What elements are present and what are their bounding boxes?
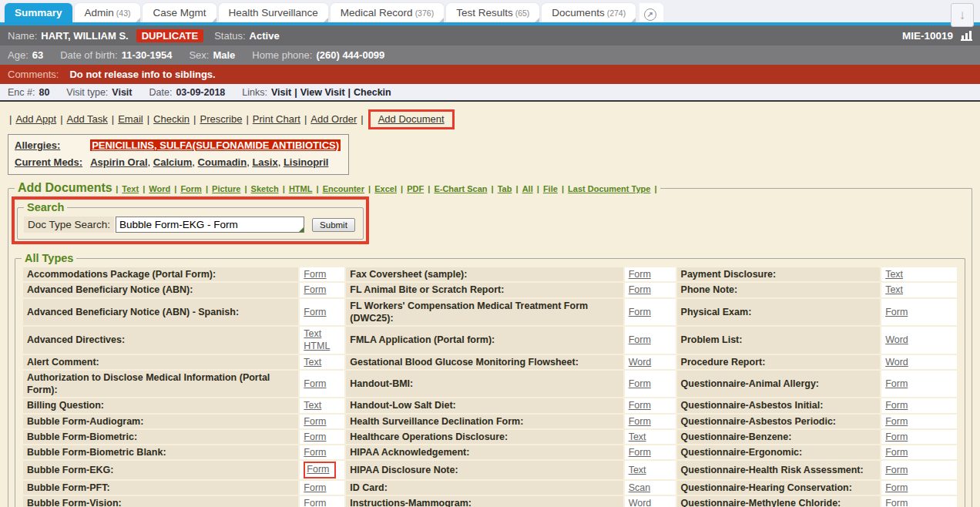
format-link-payment-disclosure-text[interactable]: Text: [885, 269, 903, 280]
format-link-procedure-report-word[interactable]: Word: [885, 357, 908, 368]
table-row: Advanced Beneficiary Notice (ABN):FormFL…: [23, 283, 957, 297]
format-link-handout-bmi-form[interactable]: Form: [629, 378, 651, 389]
format-link-bubble-form-vision-form[interactable]: Form: [304, 498, 326, 507]
med-link-calcium[interactable]: Calcium: [153, 156, 193, 168]
doc-type-search-input[interactable]: [116, 217, 304, 233]
enc-link-visit[interactable]: Visit: [271, 87, 291, 98]
tab-admin[interactable]: Admin(43): [75, 3, 141, 22]
doc-type-link-e-chart-scan[interactable]: E-Chart Scan: [434, 184, 487, 193]
enc-link-view-visit[interactable]: View Visit: [300, 87, 345, 98]
format-link-problem-list-word[interactable]: Word: [885, 334, 908, 345]
format-link-gestational-blood-glucose-monitoring-flowsheet-word[interactable]: Word: [629, 357, 652, 368]
format-link-advanced-beneficiary-notice-abn-spanish-form[interactable]: Form: [304, 307, 326, 317]
link-separator: |: [361, 113, 363, 125]
med-link-lasix[interactable]: Lasix: [252, 156, 277, 168]
action-link-add-document[interactable]: Add Document: [378, 113, 445, 125]
current-meds-link[interactable]: Current Meds:: [15, 156, 82, 168]
links-label: Links:: [242, 87, 267, 98]
med-link-lisinopril[interactable]: Lisinopril: [284, 156, 329, 168]
tab-health-surveillance[interactable]: Health Surveillance: [219, 3, 328, 22]
format-link-physical-exam-form[interactable]: Form: [885, 307, 908, 317]
format-link-hipaa-acknowledgement-form[interactable]: Form: [629, 447, 651, 458]
action-link-add-order[interactable]: Add Order: [310, 113, 357, 125]
format-link-bubble-form-biometric-blank-form[interactable]: Form: [304, 447, 326, 458]
format-link-instructions-mammogram-word[interactable]: Word: [629, 498, 652, 507]
tab-test-results[interactable]: Test Results(65): [446, 3, 539, 22]
action-link-prescribe[interactable]: Prescribe: [200, 113, 242, 125]
format-link-id-card-scan[interactable]: Scan: [629, 482, 651, 493]
link-separator: |: [112, 113, 114, 125]
doc-type-name: Fax Coversheet (sample):: [346, 267, 623, 281]
doc-type-link-text[interactable]: Text: [122, 184, 139, 193]
format-link-authorization-to-disclose-medical-information-portal-form-form[interactable]: Form: [304, 378, 326, 389]
format-link-fl-workers-compensation-medical-treatment-form-dwc25-form[interactable]: Form: [629, 307, 651, 317]
doc-type-link-word[interactable]: Word: [149, 184, 170, 193]
doc-type-link-file[interactable]: File: [543, 184, 558, 193]
doc-type-link-tab[interactable]: Tab: [498, 184, 512, 193]
doc-type-link-encounter[interactable]: Encounter: [323, 184, 364, 193]
format-link-fmla-application-portal-form-form[interactable]: Form: [629, 334, 651, 345]
format-link-questionnaire-health-risk-assessment-form[interactable]: Form: [885, 465, 908, 475]
format-link-bubble-form-pft-form[interactable]: Form: [304, 482, 326, 493]
tab-case-mgmt[interactable]: Case Mgmt: [143, 3, 216, 22]
format-link-questionnaire-asbestos-periodic-form[interactable]: Form: [885, 416, 908, 427]
format-link-hipaa-disclosure-note-text[interactable]: Text: [629, 465, 646, 475]
format-link-questionnaire-animal-allergy-form[interactable]: Form: [885, 378, 908, 389]
tab-popout[interactable]: ↗: [639, 3, 663, 22]
tab-summary[interactable]: Summary: [5, 3, 72, 22]
format-link-advanced-directives-text[interactable]: Text: [304, 328, 321, 339]
tab-label: Case Mgmt: [153, 7, 206, 18]
doc-type-format-cell: Form: [300, 415, 344, 428]
table-row: Bubble Form-Vision:FormInstructions-Mamm…: [23, 496, 957, 507]
doc-type-link-form[interactable]: Form: [180, 184, 202, 193]
action-link-add-task[interactable]: Add Task: [67, 113, 108, 125]
tab-medical-record[interactable]: Medical Record(376): [331, 3, 444, 22]
format-link-healthcare-operations-disclosure-text[interactable]: Text: [629, 431, 646, 442]
format-link-questionnaire-benzene-form[interactable]: Form: [885, 431, 908, 442]
download-button[interactable]: ↓: [951, 3, 974, 27]
format-link-advanced-directives-html[interactable]: HTML: [304, 341, 330, 351]
doc-type-name: FL Animal Bite or Scratch Report:: [346, 283, 623, 297]
action-link-add-appt[interactable]: Add Appt: [15, 113, 56, 125]
doc-type-link-html[interactable]: HTML: [289, 184, 313, 193]
format-link-questionnaire-hearing-conservation-form[interactable]: Form: [885, 482, 908, 493]
format-link-bubble-form-ekg-form[interactable]: Form: [307, 464, 329, 475]
bar-chart-icon[interactable]: [961, 30, 972, 41]
format-link-bubble-form-biometric-form[interactable]: Form: [304, 431, 326, 442]
doc-type-name: Questionnaire-Methylene Chloride:: [677, 496, 881, 507]
med-link-coumadin[interactable]: Coumadin: [198, 156, 247, 168]
format-link-phone-note-text[interactable]: Text: [885, 284, 903, 295]
format-link-fax-coversheet-sample-form[interactable]: Form: [629, 269, 651, 280]
action-link-checkin[interactable]: Checkin: [153, 113, 190, 125]
format-link-fl-animal-bite-or-scratch-report-form[interactable]: Form: [629, 284, 651, 295]
doc-type-search-label: Doc Type Search:: [24, 217, 114, 233]
tab-documents[interactable]: Documents(274): [542, 3, 636, 22]
med-link-aspirin-oral[interactable]: Aspirin Oral: [90, 156, 147, 168]
format-link-questionnaire-methylene-chloride-form[interactable]: Form: [885, 498, 908, 507]
doc-type-link-all[interactable]: All: [522, 184, 533, 193]
doc-type-link-pdf[interactable]: PDF: [407, 184, 424, 193]
format-link-alert-comment-text[interactable]: Text: [304, 357, 321, 368]
doc-type-link-last-document-type[interactable]: Last Document Type: [568, 184, 650, 193]
status-label: Status:: [214, 30, 245, 42]
format-link-questionnaire-ergonomic-form[interactable]: Form: [885, 447, 908, 458]
allergies-link[interactable]: Allergies:: [15, 139, 60, 151]
format-link-health-surveillance-declination-form-form[interactable]: Form: [629, 416, 651, 427]
doc-type-link-excel[interactable]: Excel: [374, 184, 397, 193]
format-link-bubble-form-audiogram-form[interactable]: Form: [304, 416, 326, 427]
allergy-value-link[interactable]: PENICILLINS, SULFA(SULFONAMIDE ANTIBIOTI…: [92, 139, 339, 151]
doc-type-format-cell: Text: [881, 283, 957, 297]
doc-type-link-picture[interactable]: Picture: [212, 184, 240, 193]
format-link-advanced-beneficiary-notice-abn-form[interactable]: Form: [304, 284, 326, 295]
format-link-accommodations-package-portal-form-form[interactable]: Form: [304, 269, 326, 280]
table-row: Accommodations Package (Portal Form):For…: [23, 267, 957, 281]
submit-button[interactable]: Submit: [312, 218, 355, 232]
enc-link-checkin[interactable]: Checkin: [354, 87, 391, 98]
action-link-email[interactable]: Email: [118, 113, 143, 125]
doc-type-name: Questionnaire-Benzene:: [677, 430, 881, 444]
format-link-handout-low-salt-diet-form[interactable]: Form: [629, 400, 651, 411]
doc-type-link-sketch[interactable]: Sketch: [251, 184, 279, 193]
format-link-billing-question-text[interactable]: Text: [304, 400, 321, 411]
action-link-print-chart[interactable]: Print Chart: [253, 113, 300, 125]
format-link-questionnaire-asbestos-initial-form[interactable]: Form: [885, 400, 908, 411]
